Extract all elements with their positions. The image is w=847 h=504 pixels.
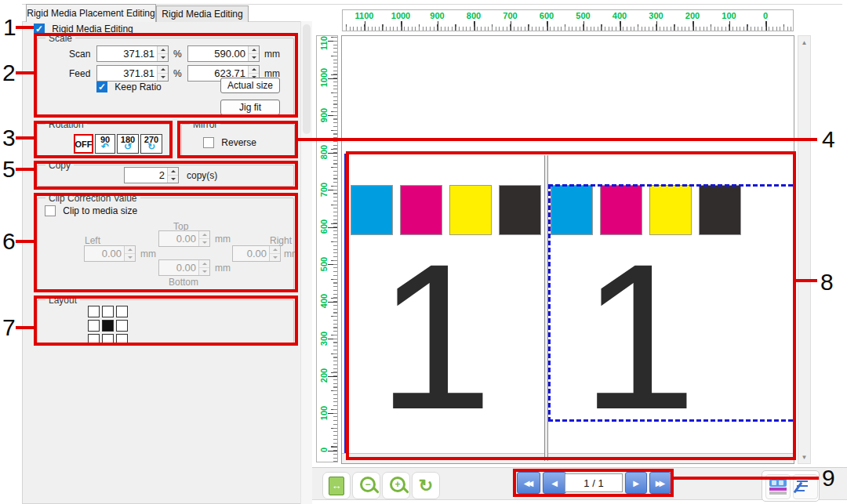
horizontal-ruler: 0100200300400500600700800900100011001200: [342, 9, 794, 31]
rotation-180-button[interactable]: 180 ↺: [117, 134, 139, 154]
scan-percent-spinner[interactable]: [157, 46, 168, 61]
clip-right-field: 0.00: [232, 245, 281, 262]
h-ruler-label: 300: [649, 11, 663, 20]
tab-rigid-media-placement-editing[interactable]: Rigid Media Placement Editing: [26, 4, 156, 22]
zoom-out-icon: −: [360, 477, 376, 492]
v-ruler-label: 0: [319, 438, 329, 462]
clip-top-unit: mm: [215, 234, 231, 245]
preview-canvas[interactable]: 1 1: [341, 35, 794, 464]
rotate-270-icon: ↻: [147, 143, 155, 150]
scan-size-spinner[interactable]: [248, 46, 259, 61]
tab-rigid-media-editing[interactable]: Rigid Media Editing: [156, 5, 249, 22]
callout-number-7: 7: [2, 315, 16, 340]
rotation-off-button[interactable]: OFF: [74, 134, 93, 154]
zoom-out-button[interactable]: −: [352, 472, 380, 499]
v-ruler-label: 900: [319, 103, 329, 127]
scan-percent-field[interactable]: 371.81: [96, 45, 169, 62]
copy-selection-rect[interactable]: [548, 184, 794, 422]
clip-left-label: Left: [85, 235, 100, 246]
rotate-180-icon: ↺: [124, 143, 132, 150]
zoom-in-button[interactable]: +: [382, 472, 410, 499]
edit-mode-button[interactable]: [793, 474, 818, 499]
layout-cell[interactable]: [88, 320, 100, 332]
v-ruler-label: 300: [319, 327, 329, 350]
media-origin-line: [344, 154, 346, 464]
actual-size-button[interactable]: Actual size: [220, 78, 280, 93]
layout-cell[interactable]: [88, 334, 100, 346]
scroll-up-icon[interactable]: ▲: [798, 36, 810, 49]
reverse-checkbox[interactable]: [203, 137, 214, 148]
callout-number-8: 8: [820, 270, 834, 295]
copy-count-spinner[interactable]: [167, 168, 178, 183]
fit-view-button[interactable]: ↔: [322, 472, 351, 499]
clip-left-unit: mm: [140, 248, 156, 259]
display-mode-button[interactable]: [765, 474, 791, 499]
v-ruler-label: 600: [319, 215, 329, 238]
preview-vertical-scrollbar[interactable]: ▲ ▼: [798, 35, 811, 464]
v-ruler-label: 200: [319, 364, 329, 387]
layout-cell[interactable]: [88, 306, 100, 317]
first-page-button[interactable]: ◀◀: [517, 472, 540, 494]
mirror-group-title: Mirror: [190, 119, 220, 130]
h-ruler-label: 400: [613, 11, 627, 20]
rotation-90-button[interactable]: 90 ↶: [95, 134, 115, 154]
clip-to-media-label: Clip to media size: [63, 205, 137, 216]
copy-suffix-label: copy(s): [187, 170, 217, 181]
layout-cell[interactable]: [102, 334, 114, 346]
rigid-media-window: Rigid Media Placement Editing Rigid Medi…: [0, 0, 847, 504]
refresh-icon: ↻: [419, 476, 433, 496]
jig-fit-button[interactable]: Jig fit: [220, 100, 280, 115]
layout-cell[interactable]: [102, 306, 114, 317]
rigid-media-editing-checkbox[interactable]: [34, 24, 45, 34]
panel-scrollbar[interactable]: [300, 21, 312, 504]
page1-number: 1: [377, 233, 493, 441]
clip-bottom-field: 0.00: [158, 259, 210, 276]
layout-cell-selected[interactable]: [102, 320, 114, 332]
clip-bottom-unit: mm: [215, 263, 231, 274]
refresh-button[interactable]: ↻: [412, 472, 440, 499]
clip-top-field: 0.00: [158, 230, 210, 247]
layout-cell[interactable]: [116, 320, 128, 332]
keep-ratio-checkbox[interactable]: [96, 82, 107, 92]
scan-size-field[interactable]: 590.00: [187, 45, 260, 62]
display-mode-icon: [769, 479, 787, 495]
scroll-down-icon[interactable]: ▼: [798, 451, 810, 463]
feed-percent-field[interactable]: 371.81: [96, 65, 169, 82]
rotation-group-title: Rotation: [45, 119, 87, 130]
feed-label: Feed: [69, 68, 90, 79]
feed-percent-spinner[interactable]: [157, 66, 168, 81]
layout-cell[interactable]: [116, 334, 128, 346]
last-page-button[interactable]: ▶▶: [649, 472, 671, 494]
next-page-button[interactable]: ▶: [625, 472, 647, 494]
clip-to-media-checkbox[interactable]: [45, 205, 56, 216]
v-ruler-label: 400: [319, 289, 329, 313]
callout-number-2: 2: [2, 60, 16, 85]
h-ruler-label: 1000: [391, 11, 410, 20]
v-ruler-label: 100: [319, 401, 329, 425]
layout-cell[interactable]: [116, 306, 128, 317]
panel-scrollbar-thumb[interactable]: [303, 24, 311, 134]
scan-percent-unit: %: [173, 49, 182, 60]
callout-number-6: 6: [2, 229, 16, 254]
callout-number-4: 4: [822, 127, 835, 152]
color-swatch: [499, 185, 541, 235]
clip-to-media-row: Clip to media size: [45, 205, 137, 216]
h-ruler-label: 0: [763, 11, 768, 20]
v-ruler-label: 500: [319, 252, 329, 276]
rotation-270-button[interactable]: 270 ↻: [140, 134, 162, 154]
layout-grid: [88, 306, 129, 346]
h-ruler-label: 800: [467, 11, 481, 20]
clip-right-label: Right: [270, 235, 292, 246]
clip-bottom-label: Bottom: [169, 277, 198, 288]
copy-count-field[interactable]: 2: [124, 167, 179, 183]
previous-page-button[interactable]: ◀: [543, 472, 566, 494]
edit-mode-icon: [797, 479, 814, 495]
scan-label: Scan: [69, 49, 90, 60]
keep-ratio-label: Keep Ratio: [115, 82, 161, 92]
layout-group-title: Layout: [45, 295, 80, 306]
next-page-icon: ▶: [633, 479, 639, 488]
page-number-field[interactable]: 1 / 1: [565, 473, 623, 492]
callout-number-1: 1: [3, 15, 16, 40]
rotate-90-icon: ↶: [101, 143, 109, 150]
v-ruler-label: 800: [319, 140, 329, 164]
